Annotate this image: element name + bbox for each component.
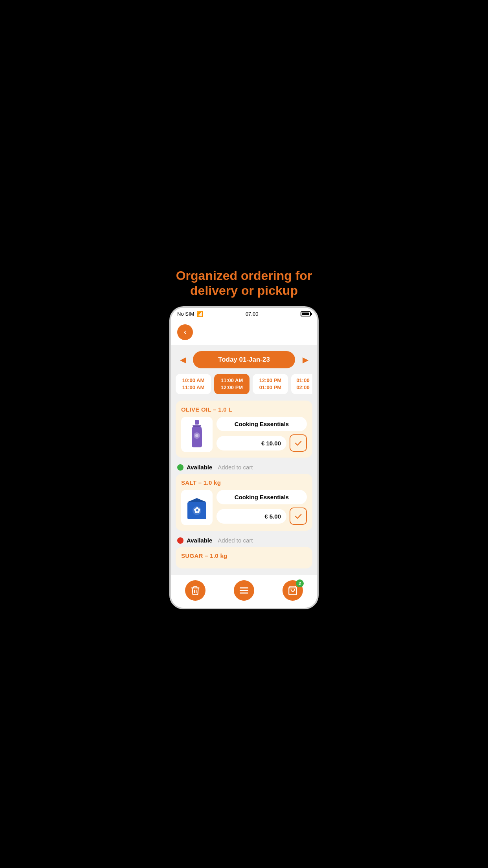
product-body-salt: ✿ Cooking Essentials € 5.00	[181, 490, 307, 525]
time-label: 07.00	[246, 311, 259, 317]
prev-date-button[interactable]: ◀	[176, 353, 190, 367]
cart-icon	[288, 585, 298, 596]
date-label[interactable]: Today 01-Jan-23	[193, 351, 295, 368]
cart-badge: 2	[296, 579, 304, 587]
price-row-salt: € 5.00	[216, 508, 307, 525]
add-to-cart-salt[interactable]	[290, 508, 307, 525]
carrier-label: No SIM	[177, 311, 194, 317]
avail-label-salt: Available	[187, 537, 212, 544]
status-left: No SIM 📶	[177, 311, 203, 317]
time-slot-2-line1: 12:00 PM	[257, 377, 283, 384]
delete-button[interactable]	[185, 580, 205, 601]
menu-icon	[239, 585, 249, 596]
battery-icon	[301, 311, 311, 316]
available-dot-salt	[177, 537, 183, 544]
trash-icon	[190, 585, 200, 596]
product-card-olive-oil: OLIVE OIL – 1.0 L Cooking Essent	[176, 401, 312, 458]
product-label-salt: SALT – 1.0 kg	[181, 479, 307, 486]
time-slot-3[interactable]: 01:00 02:00	[291, 374, 312, 394]
avail-label-olive-oil: Available	[187, 464, 212, 471]
add-to-cart-olive-oil[interactable]	[290, 434, 307, 452]
back-button[interactable]: ‹	[177, 324, 193, 340]
product-card-salt: SALT – 1.0 kg ✿	[176, 474, 312, 531]
time-slot-3-line2: 02:00	[296, 384, 310, 391]
phone-frame: No SIM 📶 07.00 ‹ ◀ Today 01-Jan-23 ▶	[169, 306, 319, 609]
time-slot-1-line2: 12:00 PM	[219, 384, 245, 391]
cart-label-salt: Added to cart	[218, 537, 253, 544]
price-olive-oil: € 10.00	[216, 436, 286, 451]
category-salt: Cooking Essentials	[216, 490, 307, 504]
price-row-olive-oil: € 10.00	[216, 434, 307, 452]
headline: Organized ordering for delivery or picku…	[168, 259, 320, 306]
bottle-icon	[187, 420, 207, 449]
cart-label-olive-oil: Added to cart	[218, 464, 253, 471]
svg-point-2	[195, 434, 198, 437]
check-icon-olive-oil	[294, 439, 303, 447]
category-olive-oil: Cooking Essentials	[216, 417, 307, 431]
time-slot-2-line2: 01:00 PM	[257, 384, 283, 391]
time-slot-1[interactable]: 11:00 AM 12:00 PM	[214, 374, 250, 394]
bottom-bar: 2	[171, 575, 317, 608]
product-image-salt: ✿	[181, 490, 213, 525]
svg-rect-0	[195, 420, 199, 425]
time-slot-3-line1: 01:00	[296, 377, 310, 384]
menu-button[interactable]	[234, 580, 254, 601]
availability-row-olive-oil: Available Added to cart	[176, 461, 312, 474]
wifi-icon: 📶	[196, 311, 203, 317]
available-dot-olive-oil	[177, 464, 183, 471]
headline-line1: Organized ordering for	[176, 268, 312, 283]
nav-bar: ‹	[171, 320, 317, 345]
availability-row-salt: Available Added to cart	[176, 534, 312, 547]
product-details-salt: Cooking Essentials € 5.00	[216, 490, 307, 525]
content-area: ◀ Today 01-Jan-23 ▶ 10:00 AM 11:00 AM 11…	[171, 345, 317, 575]
price-salt: € 5.00	[216, 509, 286, 524]
time-slot-1-line1: 11:00 AM	[219, 377, 245, 384]
date-nav: ◀ Today 01-Jan-23 ▶	[176, 351, 312, 368]
next-date-button[interactable]: ▶	[298, 353, 312, 367]
product-image-olive-oil	[181, 417, 213, 452]
time-slots: 10:00 AM 11:00 AM 11:00 AM 12:00 PM 12:0…	[176, 374, 312, 394]
svg-marker-4	[187, 498, 206, 502]
cart-button[interactable]: 2	[283, 580, 303, 601]
product-body-olive-oil: Cooking Essentials € 10.00	[181, 417, 307, 452]
outer-container: Organized ordering for delivery or picku…	[163, 259, 325, 609]
time-slot-0[interactable]: 10:00 AM 11:00 AM	[176, 374, 211, 394]
check-icon-salt	[294, 512, 303, 520]
salt-icon: ✿	[186, 495, 208, 520]
product-card-sugar: SUGAR – 1.0 kg	[176, 547, 312, 568]
time-slot-0-line1: 10:00 AM	[180, 377, 206, 384]
product-label-olive-oil: OLIVE OIL – 1.0 L	[181, 406, 307, 413]
product-details-olive-oil: Cooking Essentials € 10.00	[216, 417, 307, 452]
status-bar: No SIM 📶 07.00	[171, 308, 317, 320]
svg-text:✿: ✿	[194, 506, 200, 515]
battery-fill	[302, 313, 309, 315]
product-label-sugar: SUGAR – 1.0 kg	[181, 552, 307, 559]
time-slot-0-line2: 11:00 AM	[180, 384, 206, 391]
headline-line2: delivery or pickup	[190, 283, 298, 298]
time-slot-2[interactable]: 12:00 PM 01:00 PM	[253, 374, 288, 394]
